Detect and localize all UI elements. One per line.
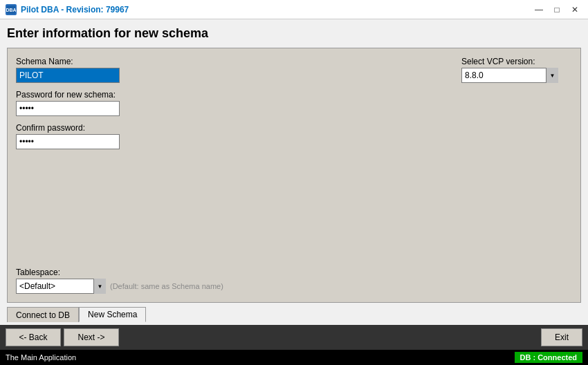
tablespace-label: Tablespace: [16, 268, 223, 277]
confirm-password-group: Confirm password: [16, 123, 448, 149]
vcp-version-label: Select VCP version: [461, 57, 572, 66]
status-bar: The Main Application DB : Connected [0, 350, 588, 365]
vcp-select-wrapper: 8.8.0 8.7.0 8.6.0 ▼ [461, 68, 558, 83]
password-label: Password for new schema: [16, 90, 448, 100]
vcp-version-select[interactable]: 8.8.0 8.7.0 8.6.0 [461, 68, 558, 83]
close-button[interactable]: ✕ [567, 3, 582, 16]
main-app-label: The Main Application [6, 353, 76, 362]
title-bar: DBA Pilot DBA - Revision: 79967 — □ ✕ [0, 0, 588, 19]
bottom-bar: <- Back Next -> Exit [0, 325, 588, 350]
svg-text:DBA: DBA [6, 8, 16, 12]
tablespace-select-wrapper: <Default> ▼ [16, 279, 106, 294]
tablespace-section: Tablespace: <Default> ▼ (Default: same a… [16, 268, 223, 294]
db-connected-status: DB : Connected [515, 352, 583, 363]
schema-name-input[interactable] [16, 68, 120, 83]
form-left: Schema Name: Password for new schema: Co… [16, 57, 448, 156]
app-icon: DBA [6, 4, 17, 15]
exit-button[interactable]: Exit [541, 328, 582, 346]
tab-new-schema[interactable]: New Schema [79, 307, 146, 322]
minimize-button[interactable]: — [531, 3, 546, 16]
maximize-button[interactable]: □ [549, 3, 564, 16]
form-grid: Schema Name: Password for new schema: Co… [16, 57, 572, 156]
schema-name-label: Schema Name: [16, 57, 448, 66]
main-content: Enter information for new schema Schema … [0, 19, 588, 325]
tablespace-hint: (Default: same as Schema name) [110, 282, 223, 290]
tablespace-select[interactable]: <Default> [16, 279, 106, 294]
revision-number: 79967 [106, 5, 129, 15]
form-panel: Schema Name: Password for new schema: Co… [7, 48, 581, 303]
tablespace-row: <Default> ▼ (Default: same as Schema nam… [16, 279, 223, 294]
schema-name-group: Schema Name: [16, 57, 448, 83]
back-button[interactable]: <- Back [6, 328, 61, 346]
tabs-bar: Connect to DB New Schema [7, 307, 581, 322]
tab-connect-to-db[interactable]: Connect to DB [7, 307, 79, 322]
password-group: Password for new schema: [16, 90, 448, 116]
window-controls: — □ ✕ [531, 3, 582, 16]
next-button[interactable]: Next -> [64, 328, 119, 346]
form-right: Select VCP version: 8.8.0 8.7.0 8.6.0 ▼ [461, 57, 572, 156]
password-input[interactable] [16, 101, 120, 116]
vcp-version-group: Select VCP version: 8.8.0 8.7.0 8.6.0 ▼ [461, 57, 572, 83]
title-prefix: Pilot DBA - Revision: [21, 5, 106, 15]
app-title: Pilot DBA - Revision: 79967 [21, 5, 129, 15]
confirm-password-input[interactable] [16, 134, 120, 149]
confirm-password-label: Confirm password: [16, 123, 448, 133]
page-title: Enter information for new schema [7, 26, 581, 41]
